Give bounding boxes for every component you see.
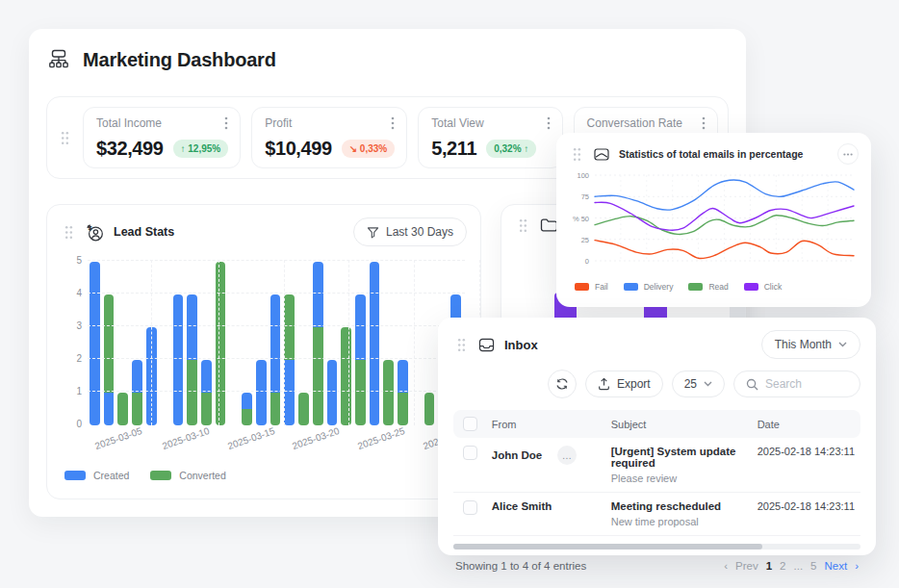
gridline — [414, 260, 415, 425]
bar-segment-converted — [355, 360, 366, 425]
prev-arrow[interactable]: ‹ — [724, 560, 728, 572]
stacked-bar[interactable] — [383, 360, 394, 425]
bar-segment-created — [370, 262, 380, 425]
drag-handle-icon[interactable] — [57, 131, 72, 145]
email-preview: Please review — [611, 473, 746, 484]
lead-user-icon: $ — [86, 223, 104, 242]
drag-handle-icon[interactable] — [569, 147, 584, 162]
kebab-menu-icon[interactable] — [224, 116, 228, 130]
kpi-card-total-view: Total View 5,211 0,32% ↑ — [418, 107, 562, 168]
stacked-bar[interactable] — [270, 294, 281, 425]
gridline — [88, 260, 465, 261]
folder-icon — [540, 217, 557, 233]
drag-handle-icon[interactable] — [453, 338, 469, 352]
row-checkbox[interactable] — [463, 446, 477, 460]
last-30-days-filter-button[interactable]: Last 30 Days — [353, 217, 467, 246]
stacked-bar[interactable] — [398, 360, 408, 425]
stacked-bar[interactable] — [173, 294, 184, 425]
page-button-2[interactable]: 2 — [780, 560, 785, 572]
stacked-bar[interactable] — [370, 262, 380, 425]
kebab-menu-icon[interactable] — [547, 116, 551, 130]
kebab-menu-icon[interactable] — [391, 116, 395, 130]
stacked-bar[interactable] — [355, 294, 366, 425]
refresh-button[interactable] — [548, 370, 577, 398]
more-options-button[interactable] — [837, 143, 859, 165]
table-row[interactable]: Alice Smith Meeting rescheduled New time… — [453, 493, 860, 536]
sender-name: Alice Smith — [492, 500, 552, 512]
stacked-bar[interactable] — [201, 360, 212, 425]
inbox-toolbar: Export 25 Search — [453, 370, 860, 398]
row-checkbox[interactable] — [463, 500, 477, 515]
gridline — [88, 358, 465, 359]
envelope-icon — [594, 148, 609, 161]
bar-segment-converted — [398, 393, 408, 425]
kebab-menu-icon[interactable] — [702, 116, 706, 130]
legend-item-fail: Fail — [575, 282, 608, 292]
bar-segment-created — [104, 393, 115, 425]
horizontal-scrollbar[interactable] — [453, 544, 860, 550]
stacked-bar[interactable] — [216, 262, 226, 425]
chevron-down-icon — [704, 381, 712, 387]
export-button[interactable]: Export — [585, 371, 663, 397]
bar-segment-converted — [187, 360, 197, 425]
svg-text:%: % — [573, 215, 579, 223]
svg-text:25: 25 — [581, 236, 589, 244]
bar-segment-created — [284, 360, 295, 425]
gridline — [218, 260, 219, 425]
page-size-select[interactable]: 25 — [672, 371, 725, 397]
inbox-table: From Subject Date John Doe ... [Urgent] … — [453, 410, 860, 536]
lead-chart-x-axis: 2025-03-052025-03-102025-03-152025-03-20… — [88, 425, 467, 456]
legend-label: Click — [764, 282, 782, 292]
kpi-card-profit: Profit $10,499 ↘ 0,33% — [251, 107, 407, 168]
email-stats-title: Statistics of total emails in percentage — [619, 148, 803, 160]
entries-summary: Showing 1 to 4 of 4 entries — [455, 560, 586, 572]
scrollbar-thumb[interactable] — [453, 544, 762, 550]
stacked-bar[interactable] — [284, 294, 295, 425]
column-header-from[interactable]: From — [486, 410, 605, 438]
drag-handle-icon[interactable] — [61, 225, 76, 240]
bar-segment-converted — [341, 327, 351, 425]
stacked-bar[interactable] — [104, 294, 115, 425]
select-all-checkbox[interactable] — [463, 417, 477, 431]
bar-segment-converted — [298, 393, 309, 425]
email-subject: Meeting rescheduled — [611, 500, 746, 512]
gridline — [284, 260, 285, 425]
search-icon — [746, 378, 758, 391]
stacked-bar[interactable] — [187, 294, 197, 425]
next-button[interactable]: Next — [825, 560, 848, 572]
page-button-5[interactable]: 5 — [810, 560, 816, 572]
bar-segment-converted — [104, 294, 115, 393]
stacked-bar[interactable] — [341, 327, 351, 425]
kpi-card-total-income: Total Income $32,499 ↑ 12,95% — [83, 107, 241, 168]
stacked-bar[interactable] — [117, 393, 128, 425]
row-more-button[interactable]: ... — [557, 446, 577, 465]
legend-swatch — [688, 283, 703, 291]
column-header-subject[interactable]: Subject — [605, 410, 752, 438]
lead-stats-card: $ Lead Stats Last 30 Days 543210 2025-03… — [46, 204, 481, 499]
inbox-title: Inbox — [504, 338, 538, 352]
stacked-bar[interactable] — [242, 393, 252, 425]
gridline — [88, 391, 465, 392]
stacked-bar[interactable] — [313, 262, 323, 425]
stacked-bar[interactable] — [424, 393, 435, 425]
column-header-date[interactable]: Date — [752, 410, 860, 438]
stacked-bar[interactable] — [298, 393, 309, 425]
bar-segment-created — [90, 262, 100, 425]
table-row[interactable]: John Doe ... [Urgent] System update requ… — [453, 438, 860, 493]
stacked-bar[interactable] — [327, 360, 338, 425]
next-arrow[interactable]: › — [855, 560, 859, 572]
bar-segment-converted — [313, 327, 323, 425]
email-chart-legend: FailDeliveryReadClick — [575, 282, 859, 292]
prev-button[interactable]: Prev — [735, 560, 758, 572]
legend-label: Fail — [595, 282, 608, 292]
page-button-1[interactable]: 1 — [766, 560, 772, 572]
stacked-bar[interactable] — [256, 360, 267, 425]
drag-handle-icon[interactable] — [515, 218, 530, 233]
period-select[interactable]: This Month — [761, 330, 860, 359]
legend-label: Delivery — [644, 282, 674, 292]
search-input[interactable]: Search — [733, 371, 860, 397]
stacked-bar[interactable] — [132, 360, 142, 425]
kpi-trend-badge: ↑ 12,95% — [173, 140, 229, 158]
bar-segment-converted — [216, 262, 226, 425]
stacked-bar[interactable] — [90, 262, 100, 425]
